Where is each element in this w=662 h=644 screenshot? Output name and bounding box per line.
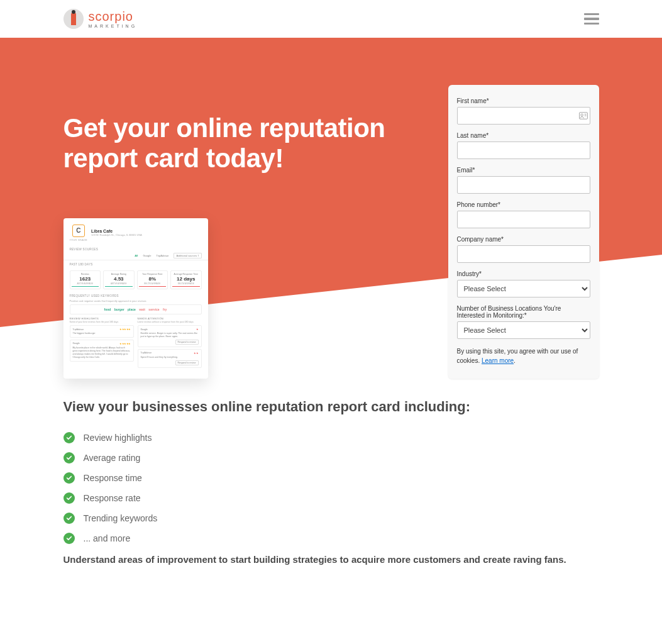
list-item: Review highlights [63,432,599,443]
company-field[interactable] [457,245,590,263]
section-paragraph: Understand areas of improvement to start… [63,553,599,567]
phone-field[interactable] [457,211,590,228]
list-item: Trending keywords [63,513,599,524]
section-title: View your businesses online reputation r… [63,397,599,416]
report-card-preview: C YOUR GRADE Libra Cafe 123 W. Randolph … [63,218,208,379]
check-icon [63,452,75,464]
check-icon [63,492,75,504]
contact-card-icon [579,112,588,119]
preview-src-google: Google [143,254,151,257]
learn-more-link[interactable]: Learn more [482,357,514,364]
svg-point-1 [580,114,583,116]
hamburger-menu-icon[interactable] [584,13,599,25]
locations-label: Number of Business Locations You're Inte… [457,305,590,319]
first-name-field[interactable] [457,107,590,125]
preview-keywords-label: FREQUENTLY USED KEYWORDS [63,292,208,299]
preview-src-trip: TripAdvisor [156,254,168,257]
logo-icon [63,9,84,29]
check-icon [63,472,75,484]
email-field[interactable] [457,176,590,194]
industry-label: Industry* [457,270,590,277]
cookie-notice: By using this site, you agree with our u… [457,347,590,365]
preview-grade-badge: C [72,225,85,237]
preview-business-address: 123 W. Randolph St., Chicago, IL 60601 U… [91,233,142,236]
preview-grade-label: YOUR GRADE [70,239,88,242]
email-label: Email* [457,167,590,174]
preview-sources-label: REVIEW SOURCES [63,245,208,253]
company-label: Company name* [457,236,590,243]
list-item: Average rating [63,452,599,464]
lead-form: First name* Last name* Email* Phone numb… [448,85,599,379]
logo[interactable]: scorpio MARKETING [63,9,138,29]
last-name-label: Last name* [457,132,590,139]
preview-src-all: All [135,254,138,257]
logo-subtitle: MARKETING [89,24,138,28]
preview-attention-label: NEEDS ATTENTION [138,317,202,320]
preview-keywords: food burger place wait service fry [70,304,202,314]
last-name-field[interactable] [457,142,590,159]
preview-src-addl: Additional sources 7 [174,253,201,258]
logo-name: scorpio [89,10,138,23]
first-name-label: First name* [457,97,590,104]
preview-past-label: PAST 180 DAYS [63,260,208,268]
list-item: Response rate [63,492,599,504]
hero-title: Get your online reputation report card t… [63,113,423,174]
phone-label: Phone number* [457,201,590,208]
preview-business-name: Libra Cafe [91,229,142,233]
preview-highlights-label: REVIEW HIGHLIGHTS [70,317,134,320]
check-icon [63,432,75,443]
list-item: ... and more [63,533,599,544]
preview-stats: Reviews1623ABOVE AVERAGE Average Rating4… [63,268,208,292]
feature-list: Review highlights Average rating Respons… [63,432,599,544]
locations-select[interactable]: Please Select [457,321,590,339]
check-icon [63,533,75,544]
site-header: scorpio MARKETING [0,0,662,38]
list-item: Response time [63,472,599,484]
check-icon [63,513,75,524]
industry-select[interactable]: Please Select [457,280,590,297]
preview-keywords-sub: Positive and negative words that frequen… [63,299,208,304]
